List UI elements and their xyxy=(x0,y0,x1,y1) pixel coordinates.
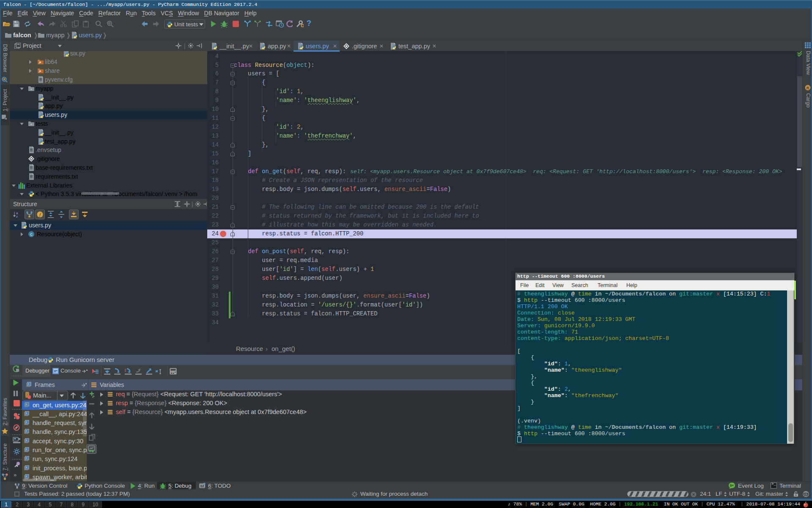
svg-text:z: z xyxy=(16,215,18,218)
svg-text:9+: 9+ xyxy=(730,483,734,488)
svg-text:R: R xyxy=(807,86,809,90)
